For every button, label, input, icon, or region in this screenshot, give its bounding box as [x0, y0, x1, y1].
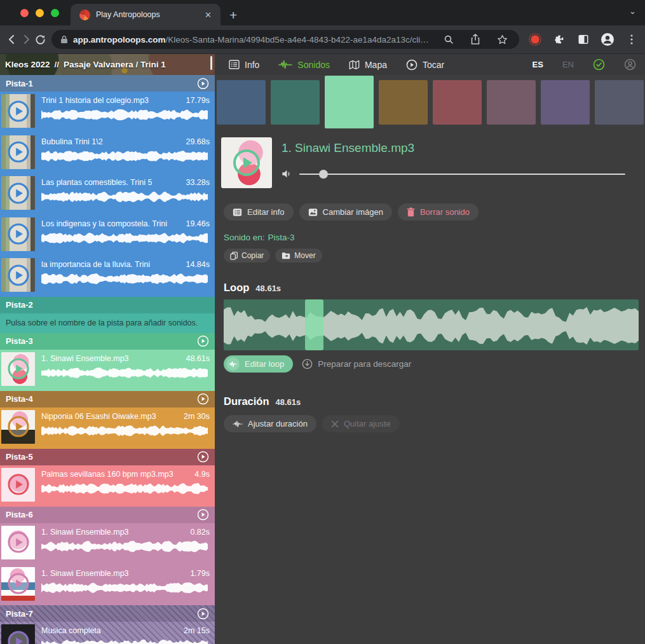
share-icon[interactable]	[466, 30, 485, 49]
breadcrumb[interactable]: Kleos 2022 // Pasaje Valvanera / Trini 1	[0, 54, 215, 75]
clip-thumbnail[interactable]	[1, 258, 35, 292]
tab-mapa[interactable]: Mapa	[349, 60, 387, 70]
clip-pista-6-1[interactable]: 1. Sinawi Ensemble.mp30.82s	[0, 523, 215, 565]
url-bar[interactable]: app.antropoloops.com/Kleos-Santa-Marina/…	[51, 30, 519, 49]
clip-thumbnail[interactable]	[1, 624, 35, 644]
track-header-pista-2[interactable]: Pista-2	[0, 297, 215, 313]
tab-close-icon[interactable]: ✕	[202, 9, 214, 21]
clip-thumbnail[interactable]	[1, 94, 35, 128]
lang-en[interactable]: EN	[562, 60, 574, 69]
track-swatch-6[interactable]	[487, 80, 536, 125]
edit-info-button[interactable]: Editar info	[224, 203, 294, 221]
track-swatch-5[interactable]	[433, 80, 482, 125]
track-swatch-1[interactable]	[217, 80, 266, 125]
track-header-pista-6[interactable]: Pista-6	[0, 507, 215, 523]
clip-thumbnail[interactable]	[1, 217, 35, 251]
back-button[interactable]	[6, 30, 18, 49]
clip-thumbnail[interactable]	[1, 352, 35, 386]
edit-loop-button[interactable]: Editar loop	[224, 355, 293, 373]
tab-tocar[interactable]: Tocar	[406, 59, 444, 71]
forward-button[interactable]	[20, 30, 32, 49]
new-tab-button[interactable]: +	[221, 8, 237, 25]
change-image-button[interactable]: Cambiar imágen	[299, 203, 392, 221]
track-play-icon[interactable]	[197, 78, 209, 90]
clip-play-overlay-icon[interactable]	[7, 182, 30, 205]
clip-pista-6-2[interactable]: 1. Sinawi Ensemble.mp31.79s	[0, 565, 215, 606]
track-play-icon[interactable]	[197, 608, 209, 620]
delete-sound-button[interactable]: Borrar sonido	[398, 203, 479, 221]
clip-thumbnail[interactable]	[1, 468, 35, 502]
browser-tab[interactable]: Play Antropoloops ✕	[71, 4, 221, 25]
clip-pista-1-5[interactable]: la importancia de la lluvia. Trini14.84s	[0, 256, 215, 297]
clip-thumbnail[interactable]	[1, 567, 35, 601]
track-play-icon[interactable]	[197, 335, 209, 347]
profile-avatar[interactable]	[598, 30, 617, 49]
lang-es[interactable]: ES	[533, 60, 543, 69]
clip-play-overlay-icon[interactable]	[7, 415, 30, 438]
track-header-pista-5[interactable]: Pista-5	[0, 449, 215, 465]
tab-sonidos[interactable]: Sonidos	[278, 60, 330, 70]
clip-pista-1-4[interactable]: Los indigenas y la compostela. Trini19.4…	[0, 215, 215, 256]
tab-info[interactable]: Info	[229, 60, 259, 70]
clip-pista-1-2[interactable]: Bubulina Trini 1\229.68s	[0, 133, 215, 174]
track-swatch-8[interactable]	[595, 80, 644, 125]
clip-pista-4-1[interactable]: Nipponia 06 Esashi Oiwake.mp32m 30s	[0, 408, 215, 449]
track-header-pista-3[interactable]: Pista-3	[0, 333, 215, 350]
track-header-pista-7[interactable]: Pista-7	[0, 605, 215, 622]
sound-image[interactable]	[221, 137, 272, 188]
track-header-pista-4[interactable]: Pista-4	[0, 391, 215, 408]
clip-pista-1-3[interactable]: Las plantas comestibles. Trini 533.28s	[0, 174, 215, 215]
prepare-download-button[interactable]: Preparar para descargar	[302, 359, 411, 369]
volume-slider-handle[interactable]	[319, 170, 328, 179]
track-header-pista-1[interactable]: Pista-1	[0, 75, 215, 92]
volume-icon[interactable]	[282, 169, 292, 179]
track-swatch-2[interactable]	[271, 80, 320, 125]
browser-menu-icon[interactable]	[622, 30, 641, 49]
tab-search-chevron-icon[interactable]: ⌄	[629, 6, 636, 16]
bookmark-star-icon[interactable]	[492, 30, 512, 49]
breadcrumb-path[interactable]: Pasaje Valvanera / Trini 1	[64, 60, 166, 69]
sync-check-icon[interactable]	[593, 58, 605, 71]
minimize-window-button[interactable]	[36, 9, 44, 17]
sidebar-scrollbar[interactable]	[210, 56, 212, 70]
side-panel-icon[interactable]	[574, 30, 593, 49]
clip-play-overlay-icon[interactable]	[7, 473, 30, 496]
track-swatch-3[interactable]	[325, 76, 374, 128]
maximize-window-button[interactable]	[51, 9, 59, 17]
clip-play-overlay-icon[interactable]	[7, 572, 30, 595]
extensions-puzzle-icon[interactable]	[550, 30, 569, 49]
adjust-duration-button[interactable]: Ajustar duración	[224, 415, 316, 432]
clip-thumbnail[interactable]	[1, 176, 35, 210]
macos-traffic-lights[interactable]	[0, 0, 71, 25]
clip-pista-3-1[interactable]: 1. Sinawi Ensemble.mp348.61s	[0, 350, 215, 391]
play-overlay-icon[interactable]	[233, 149, 261, 177]
copy-button[interactable]: Copiar	[224, 249, 270, 263]
clip-play-overlay-icon[interactable]	[7, 140, 30, 163]
clip-thumbnail[interactable]	[1, 526, 35, 559]
clip-thumbnail[interactable]	[1, 410, 35, 444]
clip-play-overlay-icon[interactable]	[7, 630, 30, 644]
loop-waveform[interactable]	[224, 299, 639, 350]
track-swatch-7[interactable]	[541, 80, 590, 125]
track-play-icon[interactable]	[197, 451, 209, 463]
search-icon[interactable]	[439, 30, 458, 49]
track-play-icon[interactable]	[197, 393, 209, 405]
sound-in-track-link[interactable]: Pista-3	[268, 233, 295, 242]
clip-play-overlay-icon[interactable]	[7, 223, 30, 245]
clip-pista-7-1[interactable]: Musica completa2m 15s	[0, 622, 215, 644]
remove-adjust-button[interactable]: Quitar ajuste	[322, 415, 400, 432]
breadcrumb-project[interactable]: Kleos 2022	[5, 60, 50, 69]
clip-play-overlay-icon[interactable]	[7, 357, 30, 380]
clip-play-overlay-icon[interactable]	[7, 531, 30, 554]
clip-thumbnail[interactable]	[1, 135, 35, 169]
clip-pista-5-1[interactable]: Palmas sevillanas 160 bpm mp3.mp34.9s	[0, 465, 215, 507]
track-swatch-4[interactable]	[379, 80, 428, 125]
track-empty-message[interactable]: Pulsa sobre el nombre de la pista para a…	[0, 313, 215, 333]
loop-playhead-band[interactable]	[305, 299, 323, 350]
move-button[interactable]: Mover	[275, 249, 322, 263]
clip-pista-1-1[interactable]: Trini 1 historia del colegio.mp317.79s	[0, 92, 215, 133]
clip-play-overlay-icon[interactable]	[7, 100, 30, 123]
account-icon[interactable]	[624, 58, 636, 71]
track-play-icon[interactable]	[197, 509, 209, 521]
close-window-button[interactable]	[20, 9, 29, 17]
